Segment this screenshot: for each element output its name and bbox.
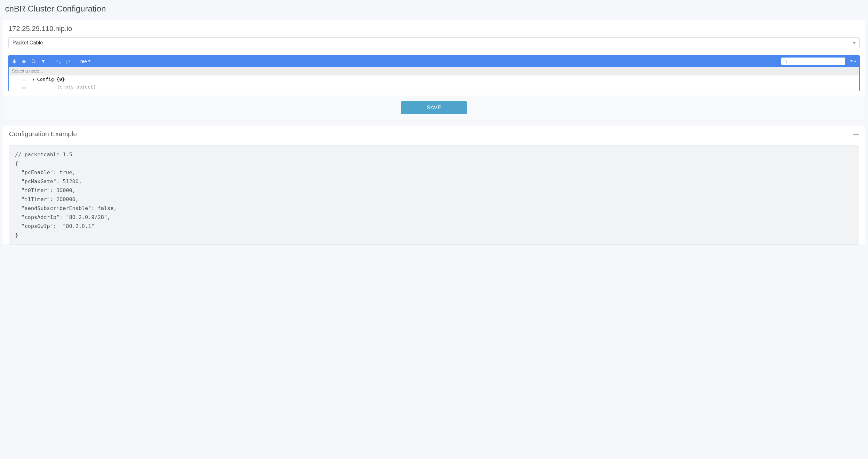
json-editor: Tree Select a node... bbox=[8, 55, 860, 91]
drag-handle-icon[interactable] bbox=[22, 78, 26, 81]
expand-all-icon[interactable] bbox=[11, 58, 18, 65]
search-icon bbox=[783, 59, 787, 63]
editor-mode-select[interactable]: Tree bbox=[78, 59, 91, 64]
example-code: // packetcable 1.5 { "pcEnable": true, "… bbox=[9, 145, 859, 244]
drag-handle-icon[interactable] bbox=[22, 86, 26, 89]
undo-icon[interactable] bbox=[55, 58, 62, 65]
tree-empty-label: (empty object) bbox=[28, 85, 96, 90]
editor-search-input[interactable] bbox=[787, 58, 843, 64]
tree-empty-row[interactable]: (empty object) bbox=[9, 83, 859, 91]
example-panel: Configuration Example — // packetcable 1… bbox=[3, 126, 865, 244]
redo-icon[interactable] bbox=[65, 58, 71, 65]
sort-icon[interactable] bbox=[30, 58, 37, 65]
editor-toolbar: Tree bbox=[9, 56, 859, 67]
config-type-select[interactable]: Packet Cable bbox=[8, 37, 860, 48]
editor-search[interactable] bbox=[781, 58, 845, 65]
host-address: 172.25.29.110.nip.io bbox=[8, 25, 860, 33]
config-type-selected: Packet Cable bbox=[12, 40, 43, 46]
tree-toggle-icon[interactable]: ▼ bbox=[33, 78, 35, 81]
tree-root-row[interactable]: ▼ Config {0} bbox=[9, 75, 859, 83]
tree-root-count: {0} bbox=[56, 77, 65, 82]
config-panel: 172.25.29.110.nip.io Packet Cable bbox=[3, 20, 865, 120]
search-next-icon[interactable] bbox=[850, 60, 853, 62]
chevron-down-icon bbox=[88, 60, 91, 62]
editor-hint: Select a node... bbox=[9, 67, 859, 75]
collapse-all-icon[interactable] bbox=[21, 58, 27, 65]
search-prev-icon[interactable] bbox=[854, 60, 857, 62]
chevron-down-icon bbox=[853, 42, 856, 44]
editor-mode-label: Tree bbox=[78, 59, 87, 64]
page-title: cnBR Cluster Configuration bbox=[0, 0, 868, 20]
filter-icon[interactable] bbox=[40, 58, 46, 65]
svg-point-0 bbox=[784, 60, 786, 62]
example-title: Configuration Example bbox=[9, 130, 77, 138]
save-button[interactable]: SAVE bbox=[401, 101, 467, 114]
tree-root-key: Config bbox=[37, 77, 54, 82]
collapse-panel-icon[interactable]: — bbox=[852, 131, 859, 137]
